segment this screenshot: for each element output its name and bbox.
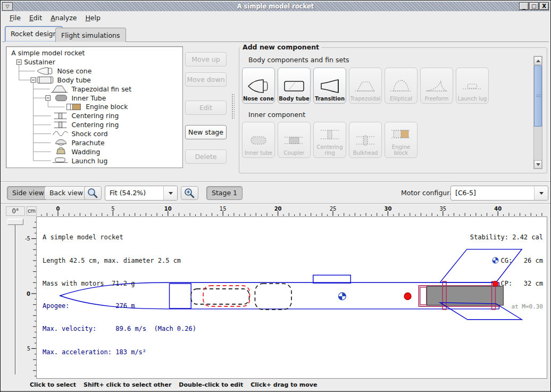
launch-lug-outline[interactable] — [313, 275, 351, 283]
zoom-select[interactable]: Fit (54.2%) — [105, 186, 178, 201]
rotation-slider[interactable] — [15, 224, 16, 374]
move-down-button[interactable]: Move down — [185, 72, 227, 87]
menu-analyze[interactable]: Analyze — [47, 13, 80, 23]
launch-lug-icon — [53, 158, 68, 163]
zoom-out-button[interactable] — [84, 186, 102, 200]
delete-button[interactable]: Delete — [185, 149, 227, 164]
tree-item-centering-ring-2[interactable]: Centering ring — [71, 121, 119, 129]
add-engine-block-button[interactable]: Engine block — [385, 122, 418, 158]
wadding-outline[interactable] — [255, 283, 291, 310]
launch-lug-icon — [461, 77, 484, 95]
tree-item-root[interactable]: A simple model rocket — [11, 49, 85, 57]
rocket-design-canvas[interactable]: A simple model rocket Length 42.5 cm, ma… — [36, 216, 547, 379]
tree-item-body-tube[interactable]: Body tube — [57, 76, 91, 84]
magnifier-icon — [85, 187, 101, 199]
motor-configuration-select[interactable]: [C6-5] — [450, 186, 548, 201]
menu-help[interactable]: Help — [82, 13, 104, 23]
splitter-grip[interactable] — [231, 94, 235, 119]
rocket-dimensions: Length 42.5 cm, max. diameter 2.5 cm — [43, 257, 181, 265]
hint-click-drag: Click+ drag to move — [251, 381, 317, 388]
rocket-canvas-section: 0° cm 0510152025303540-505 — [1, 204, 551, 380]
maximize-button[interactable]: □ — [529, 2, 539, 10]
window-menu-icon[interactable]: ▽ — [2, 2, 13, 11]
body-tube-icon — [37, 77, 53, 84]
minimize-button[interactable]: _ — [519, 2, 529, 10]
svg-text:15: 15 — [220, 206, 227, 212]
max-acceleration-value: Max. acceleration: 183 m/s² — [43, 348, 196, 356]
window-resize-edge[interactable] — [1, 389, 551, 392]
app-window: ▽ A simple model rocket _ □ X File Edit … — [0, 0, 551, 392]
add-bulkhead-button[interactable]: Bulkhead — [349, 122, 382, 158]
stability-block: Stability: 2.42 cal CG: 26 cm CP: 32 cm … — [470, 218, 543, 326]
tree-item-fin-set[interactable]: Trapezoidal fin set — [71, 85, 131, 93]
cg-value: CG: 26 cm — [501, 257, 543, 265]
engine-block-outline[interactable] — [420, 287, 427, 305]
tree-item-engine-block[interactable]: Engine block — [86, 103, 128, 111]
wadding-icon — [57, 147, 65, 154]
bulkhead-button-label: Bulkhead — [353, 150, 378, 156]
tree-item-shock-cord[interactable]: Shock cord — [71, 130, 107, 138]
engine-block-button-label: Engine block — [385, 144, 417, 156]
move-up-button[interactable]: Move up — [185, 52, 227, 66]
component-panel-scrollbar[interactable] — [533, 56, 542, 169]
status-bar: Click to select Shift+ click to select o… — [1, 380, 551, 389]
tree-item-centering-ring-1[interactable]: Centering ring — [71, 112, 119, 120]
expander-inner-tube[interactable] — [46, 96, 51, 101]
add-trapezoidal-fin-button[interactable]: Trapezoidal — [349, 68, 382, 104]
scroll-up-icon[interactable] — [534, 56, 542, 65]
rotation-slider-handle[interactable] — [7, 219, 23, 225]
flight-data-block: Apogee: 276 m Max. velocity: 89.6 m/s (M… — [43, 287, 196, 372]
tree-item-wadding[interactable]: Wadding — [71, 148, 100, 156]
new-stage-button[interactable]: New stage — [185, 125, 227, 139]
mach-condition: at M=0.30 — [470, 303, 543, 311]
stability-value: Stability: 2.42 cal — [470, 233, 543, 241]
chevron-down-icon[interactable] — [163, 186, 177, 200]
cp-legend-icon — [492, 280, 499, 287]
add-freeform-fin-button[interactable]: Freeform — [420, 68, 453, 104]
add-nose-cone-button[interactable]: Nose cone — [242, 68, 275, 104]
stage-1-toggle[interactable]: Stage 1 — [206, 186, 243, 200]
freeform-fin-icon — [425, 77, 448, 95]
chevron-down-icon[interactable] — [534, 186, 548, 200]
svg-text:5: 5 — [27, 346, 30, 352]
tab-flight-simulations[interactable]: Flight simulations — [55, 28, 126, 42]
add-transition-button[interactable]: Transition — [313, 68, 346, 104]
add-centering-ring-button[interactable]: Centering ring — [313, 122, 346, 158]
svg-text:25: 25 — [330, 206, 337, 212]
tree-item-sustainer[interactable]: Sustainer — [24, 58, 55, 66]
tree-item-launch-lug[interactable]: Launch lug — [71, 157, 107, 165]
tree-item-nose-cone[interactable]: Nose cone — [57, 67, 92, 75]
motor-configuration-value: [C6-5] — [455, 189, 476, 197]
cg-marker — [338, 293, 346, 300]
elliptical-fin-button-label: Elliptical — [390, 96, 412, 102]
scroll-down-icon[interactable] — [534, 160, 542, 169]
side-view-button[interactable]: Side view — [7, 186, 49, 200]
tab-rocket-design[interactable]: Rocket design — [5, 26, 63, 42]
add-body-tube-button[interactable]: Body tube — [278, 68, 311, 104]
close-button[interactable]: X — [539, 2, 549, 10]
edit-button[interactable]: Edit — [185, 101, 227, 115]
svg-text:-5: -5 — [25, 236, 30, 241]
add-component-panel: Add new component Body components and fi… — [239, 47, 547, 173]
menu-file[interactable]: File — [6, 13, 24, 23]
hint-click-select: Click to select — [30, 381, 76, 388]
coupler-button-label: Coupler — [284, 150, 305, 156]
inner-tube-icon — [247, 131, 270, 149]
add-elliptical-fin-button[interactable]: Elliptical — [385, 68, 418, 104]
add-inner-tube-button[interactable]: Inner tube — [242, 122, 275, 158]
menu-edit[interactable]: Edit — [26, 13, 45, 23]
shock-cord-outline[interactable] — [191, 289, 249, 304]
fin-set-icon — [51, 86, 68, 92]
back-view-button[interactable]: Back view — [44, 186, 88, 200]
expander-sustainer[interactable] — [16, 60, 21, 64]
transition-button-label: Transition — [315, 96, 345, 102]
add-coupler-button[interactable]: Coupler — [278, 122, 311, 158]
add-launch-lug-button[interactable]: Launch lug — [456, 68, 489, 104]
expander-body-tube[interactable] — [31, 78, 36, 82]
scrollbar-thumb[interactable] — [534, 65, 542, 127]
zoom-in-button[interactable] — [181, 186, 198, 200]
svg-text:35: 35 — [439, 206, 446, 212]
tree-item-inner-tube[interactable]: Inner Tube — [71, 94, 106, 102]
tree-item-parachute[interactable]: Parachute — [71, 139, 104, 147]
svg-text:5: 5 — [111, 206, 114, 212]
